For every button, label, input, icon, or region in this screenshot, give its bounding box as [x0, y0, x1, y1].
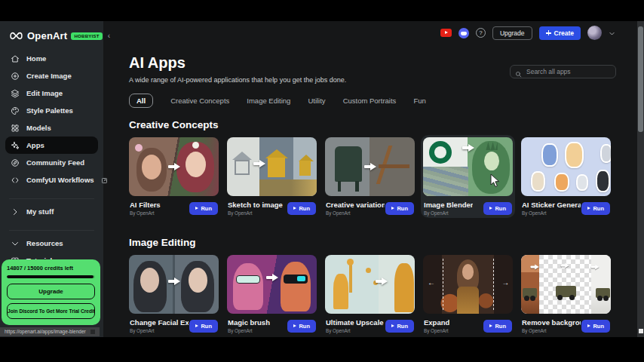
sidebar-item-style-palettes[interactable]: Style Palettes — [5, 102, 98, 119]
run-button[interactable]: Run — [581, 202, 610, 215]
sidebar-item-community-feed[interactable]: Community Feed — [5, 154, 98, 171]
sidebar-item-label: Models — [26, 124, 51, 132]
thumb-decor — [565, 142, 584, 167]
compass-icon — [10, 158, 20, 167]
app-card-ai-sticker-generator[interactable]: AI Sticker Generator By OpenArt Run — [519, 135, 613, 218]
card-footer: Sketch to image By OpenArt Run — [227, 201, 317, 216]
profile-chevron-down-icon[interactable] — [609, 26, 615, 40]
play-icon — [391, 324, 394, 327]
scrollbar[interactable] — [637, 21, 644, 337]
thumb-decor — [192, 142, 199, 149]
app-card-change-facial-expression[interactable]: Change Facial Expression By OpenArt Run — [127, 253, 221, 336]
app-card-creative-variations[interactable]: Creative variations By OpenArt Run — [323, 135, 417, 218]
app-card-expand[interactable]: ← → Expand By OpenArt Run — [421, 253, 515, 336]
run-button[interactable]: Run — [385, 202, 414, 215]
thumb-decor — [236, 275, 260, 284]
arrow-left-icon: ← — [428, 278, 435, 287]
ultimate-upscale-thumbnail — [325, 255, 415, 314]
thumb-decor — [235, 160, 250, 175]
run-button[interactable]: Run — [189, 202, 218, 215]
card-footer: AI Sticker Generator By OpenArt Run — [521, 201, 611, 216]
sparkle-icon — [10, 140, 20, 150]
thumb-decor — [596, 288, 610, 298]
sidebar-item-my-stuff[interactable]: My stuff — [5, 203, 98, 220]
run-button[interactable]: Run — [385, 320, 414, 333]
tab-utility[interactable]: Utility — [308, 97, 325, 105]
creative-variations-thumbnail — [325, 137, 415, 196]
arrow-right-icon — [168, 278, 181, 285]
card-meta: Remove background By OpenArt — [522, 318, 581, 333]
thumb-decor — [281, 262, 310, 311]
scrollbar-down-button[interactable] — [639, 329, 643, 333]
magic-brush-thumbnail — [227, 255, 317, 314]
avatar[interactable] — [587, 26, 602, 40]
app-card-image-blender[interactable]: Image Blender By OpenArt Run — [421, 135, 515, 218]
youtube-icon[interactable] — [440, 29, 452, 37]
arrow-right-icon — [364, 163, 377, 170]
thumb-decor — [297, 276, 305, 281]
sidebar-item-models[interactable]: Models — [5, 119, 98, 137]
tab-all[interactable]: All — [129, 94, 153, 108]
tab-creative-concepts[interactable]: Creative Concepts — [170, 97, 229, 105]
discord-icon[interactable] — [458, 28, 469, 38]
run-button[interactable]: Run — [189, 320, 218, 333]
play-icon — [195, 324, 198, 327]
thumb-decor — [554, 173, 569, 192]
sidebar-item-edit-image[interactable]: Edit Image — [5, 84, 98, 102]
app-card-magic-brush[interactable]: Magic brush By OpenArt Run — [225, 253, 319, 336]
sidebar-item-create-image[interactable]: Create Image — [5, 67, 98, 84]
tab-image-editing[interactable]: Image Editing — [247, 97, 290, 105]
thumb-decor — [189, 268, 207, 293]
grid-icon — [10, 123, 20, 133]
upgrade-plan-button[interactable]: Upgrade — [7, 284, 95, 299]
app-card-remove-background[interactable]: Remove background By OpenArt Run — [519, 253, 613, 336]
link-status-bar: https://openart.ai/apps/image-blender — [0, 327, 100, 336]
run-button[interactable]: Run — [287, 202, 316, 215]
section-heading-creative-concepts: Creative Concepts — [129, 119, 644, 130]
upgrade-button[interactable]: Upgrade — [492, 26, 532, 40]
sidebar-item-apps[interactable]: Apps — [5, 137, 98, 154]
run-label: Run — [299, 205, 310, 212]
sidebar-item-label: My stuff — [26, 207, 54, 216]
run-button[interactable]: Run — [483, 320, 512, 333]
join-discord-button[interactable]: Join Discord To Get More Trial Credits — [7, 303, 95, 319]
ai-sticker-generator-thumbnail — [521, 137, 611, 196]
sidebar-item-comfyui-workflows[interactable]: ComfyUI Workflows — [5, 171, 98, 189]
ai-filters-thumbnail — [129, 137, 219, 196]
credits-progressbar — [7, 275, 95, 278]
card-meta: Change Facial Expression By OpenArt — [130, 318, 189, 333]
openart-logo-icon[interactable] — [9, 31, 23, 41]
run-label: Run — [495, 205, 506, 212]
run-button[interactable]: Run — [287, 320, 316, 333]
tab-fun[interactable]: Fun — [413, 97, 425, 105]
run-button[interactable]: Run — [581, 320, 610, 333]
app-card-ultimate-upscale[interactable]: Ultimate Upscale By OpenArt Run — [323, 253, 417, 336]
thumb-decor — [541, 143, 557, 167]
divider — [9, 230, 94, 231]
tab-custom-portraits[interactable]: Custom Portraits — [343, 97, 397, 105]
help-icon[interactable]: ? — [476, 28, 486, 38]
run-button[interactable]: Run — [483, 202, 512, 215]
cards-row-image-editing: Change Facial Expression By OpenArt Run — [127, 253, 644, 336]
app-card-sketch-to-image[interactable]: Sketch to image By OpenArt Run — [225, 135, 319, 218]
logo-row: OpenArt HOBBYIST ‹ — [0, 21, 103, 44]
create-button[interactable]: Create — [539, 26, 581, 40]
create-button-label: Create — [554, 29, 574, 37]
sidebar-item-label: Community Feed — [26, 158, 84, 167]
credits-progress-fill — [7, 275, 94, 278]
sidebar-item-label: Edit Image — [26, 89, 63, 97]
thumb-decor — [423, 167, 468, 196]
search-box — [510, 63, 616, 77]
sidebar-item-resources[interactable]: Resources — [5, 235, 98, 252]
app-author: By OpenArt — [130, 210, 161, 216]
scrollbar-thumb[interactable] — [638, 26, 643, 132]
brand-name: OpenArt — [27, 30, 67, 41]
sidebar-item-home[interactable]: Home — [5, 50, 98, 67]
app-card-ai-filters[interactable]: AI Filters By OpenArt Run — [127, 135, 221, 218]
app-title: Change Facial Expression — [130, 318, 189, 327]
play-icon — [489, 207, 492, 210]
app-author: By OpenArt — [522, 328, 581, 333]
app-title: Ultimate Upscale — [326, 318, 384, 327]
search-input[interactable] — [510, 65, 616, 78]
thumb-decor — [523, 288, 537, 298]
